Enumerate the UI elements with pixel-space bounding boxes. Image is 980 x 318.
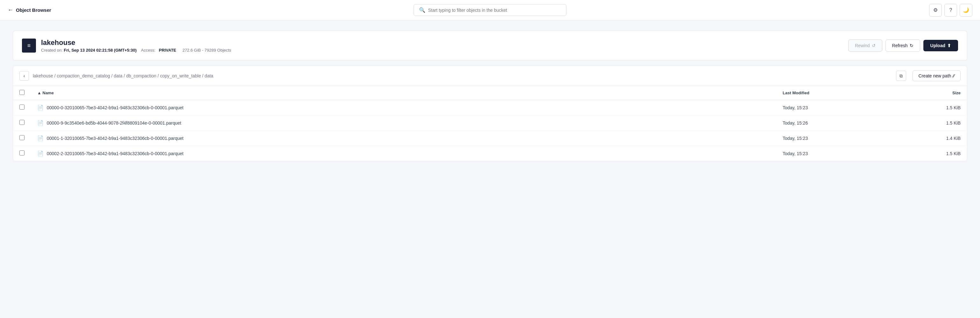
row-name-1: 00000-9-9c3540e6-bd5b-4044-9078-2f4f8809… [47, 120, 181, 126]
file-icon-2: 📄 [37, 135, 44, 141]
bucket-meta: Created on: Fri, Sep 13 2024 02:21:58 (G… [41, 48, 231, 53]
bucket-icon-symbol: ≡ [27, 42, 31, 49]
row-checkbox-1[interactable] [19, 120, 24, 125]
breadcrumb-text: lakehouse / compaction_demo_catalog / da… [33, 73, 213, 78]
modified-column-header[interactable]: Last Modified [776, 86, 840, 100]
file-browser: ‹ lakehouse / compaction_demo_catalog / … [13, 66, 967, 161]
copy-icon: ⧉ [899, 73, 903, 79]
size-info: 272.6 GiB - 79289 Objects [182, 48, 231, 53]
file-icon-1: 📄 [37, 120, 44, 126]
copy-path-button[interactable]: ⧉ [896, 71, 906, 81]
row-name-cell-1: 📄 00000-9-9c3540e6-bd5b-4044-9078-2f4f88… [31, 115, 776, 131]
row-name-2: 00001-1-32010065-7be3-4042-b9a1-9483c323… [47, 136, 184, 141]
create-path-icon: ⁄⁄ [953, 73, 955, 78]
help-icon: ? [950, 7, 952, 13]
dark-mode-icon: 🌙 [963, 7, 969, 13]
row-size-cell-0: 1.5 KiB [840, 100, 967, 115]
row-name-cell-2: 📄 00001-1-32010065-7be3-4042-b9a1-9483c3… [31, 131, 776, 146]
upload-button[interactable]: Upload ⬆ [923, 40, 958, 51]
row-size-cell-1: 1.5 KiB [840, 115, 967, 131]
file-icon-0: 📄 [37, 104, 44, 110]
create-path-label: Create new path [919, 73, 951, 78]
access-label: Access: [141, 48, 156, 53]
bucket-header: ≡ lakehouse Created on: Fri, Sep 13 2024… [22, 38, 958, 53]
breadcrumb-bar: ‹ lakehouse / compaction_demo_catalog / … [13, 66, 967, 86]
row-modified-cell-0: Today, 15:23 [776, 100, 840, 115]
select-all-checkbox[interactable] [19, 90, 24, 95]
settings-button[interactable]: ⚙ [929, 4, 942, 17]
back-nav[interactable]: ← Object Browser [8, 7, 51, 13]
file-table: ▲ Name Last Modified Size 📄 00000 [13, 86, 967, 161]
bucket-info: ≡ lakehouse Created on: Fri, Sep 13 2024… [22, 38, 231, 53]
file-icon-3: 📄 [37, 150, 44, 157]
row-checkbox-3[interactable] [19, 150, 24, 155]
header-icons: ⚙ ? 🌙 [929, 4, 972, 17]
top-header: ← Object Browser 🔍 ⚙ ? 🌙 [0, 0, 980, 21]
create-path-button[interactable]: Create new path ⁄⁄ [913, 70, 961, 81]
row-checkbox-cell [13, 146, 31, 161]
refresh-icon: ↻ [910, 43, 913, 48]
breadcrumb-back-button[interactable]: ‹ [19, 71, 29, 81]
row-name-cell-0: 📄 00000-0-32010065-7be3-4042-b9a1-9483c3… [31, 100, 776, 115]
row-checkbox-cell [13, 115, 31, 131]
search-input[interactable] [428, 8, 561, 13]
table-row: 📄 00002-2-32010065-7be3-4042-b9a1-9483c3… [13, 146, 967, 161]
created-value: Fri, Sep 13 2024 02:21:58 (GMT+5:30) [64, 48, 137, 53]
help-button[interactable]: ? [944, 4, 957, 17]
upload-label: Upload [931, 43, 945, 48]
bucket-actions: Rewind ↺ Refresh ↻ Upload ⬆ [848, 40, 958, 52]
name-column-header[interactable]: ▲ Name [31, 86, 776, 100]
rewind-icon: ↺ [872, 43, 876, 48]
search-bar: 🔍 [414, 4, 566, 16]
select-all-checkbox-cell [13, 86, 31, 100]
breadcrumb-path: lakehouse / compaction_demo_catalog / da… [33, 73, 892, 78]
name-column-label: Name [43, 91, 54, 95]
rewind-button[interactable]: Rewind ↺ [848, 40, 882, 52]
created-label: Created on: [41, 48, 63, 53]
rewind-label: Rewind [855, 43, 870, 48]
refresh-button[interactable]: Refresh ↻ [886, 40, 920, 52]
bucket-name: lakehouse [41, 38, 231, 47]
settings-icon: ⚙ [933, 7, 938, 13]
row-name-0: 00000-0-32010065-7be3-4042-b9a1-9483c323… [47, 105, 184, 110]
access-value: PRIVATE [159, 48, 176, 53]
size-column-label: Size [952, 91, 961, 95]
row-checkbox-0[interactable] [19, 104, 24, 110]
bucket-icon: ≡ [22, 38, 36, 53]
row-modified-cell-1: Today, 15:26 [776, 115, 840, 131]
name-sort-icon: ▲ [37, 91, 41, 95]
table-row: 📄 00000-9-9c3540e6-bd5b-4044-9078-2f4f88… [13, 115, 967, 131]
table-row: 📄 00001-1-32010065-7be3-4042-b9a1-9483c3… [13, 131, 967, 146]
search-icon: 🔍 [419, 7, 425, 13]
row-modified-cell-2: Today, 15:23 [776, 131, 840, 146]
table-header-row: ▲ Name Last Modified Size [13, 86, 967, 100]
row-name-cell-3: 📄 00002-2-32010065-7be3-4042-b9a1-9483c3… [31, 146, 776, 161]
table-header: ▲ Name Last Modified Size [13, 86, 967, 100]
refresh-label: Refresh [892, 43, 908, 48]
back-arrow-icon: ← [8, 7, 13, 13]
row-checkbox-2[interactable] [19, 135, 24, 140]
main-content: ≡ lakehouse Created on: Fri, Sep 13 2024… [0, 21, 980, 171]
upload-icon: ⬆ [947, 43, 951, 48]
object-browser-label: Object Browser [16, 7, 51, 13]
row-checkbox-cell [13, 100, 31, 115]
size-column-header[interactable]: Size [840, 86, 967, 100]
breadcrumb-back-icon: ‹ [24, 73, 25, 78]
row-size-cell-2: 1.4 KiB [840, 131, 967, 146]
row-checkbox-cell [13, 131, 31, 146]
modified-column-label: Last Modified [783, 91, 810, 95]
bucket-card: ≡ lakehouse Created on: Fri, Sep 13 2024… [13, 30, 967, 61]
bucket-details: lakehouse Created on: Fri, Sep 13 2024 0… [41, 38, 231, 53]
row-modified-cell-3: Today, 15:23 [776, 146, 840, 161]
row-size-cell-3: 1.5 KiB [840, 146, 967, 161]
row-name-3: 00002-2-32010065-7be3-4042-b9a1-9483c323… [47, 151, 184, 156]
table-body: 📄 00000-0-32010065-7be3-4042-b9a1-9483c3… [13, 100, 967, 161]
table-row: 📄 00000-0-32010065-7be3-4042-b9a1-9483c3… [13, 100, 967, 115]
dark-mode-button[interactable]: 🌙 [959, 4, 972, 17]
